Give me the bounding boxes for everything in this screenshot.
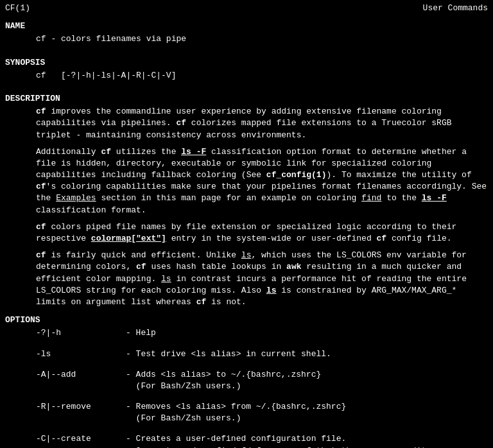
cf-ref-9: cf xyxy=(196,297,207,307)
cf-ref-6: cf xyxy=(377,234,387,243)
desc-para-3: cf colors piped file names by file exten… xyxy=(5,221,488,245)
cf-ref-5: cf xyxy=(36,222,46,232)
header-line: CF(1) User Commands xyxy=(5,3,488,14)
options-label: OPTIONS xyxy=(5,314,488,326)
option-ls-key: -ls xyxy=(36,349,126,360)
option-help-key: -?|-h xyxy=(36,327,126,339)
desc-para-2: Additionally cf utilizes the ls -F class… xyxy=(5,146,488,216)
ls-ref-2: ls xyxy=(161,274,171,284)
name-content: cf - colors filenames via pipe xyxy=(5,33,488,45)
option-add-desc2: (For Bash/Zsh users.) xyxy=(126,381,321,392)
colormap-ref: colormap["ext"] xyxy=(91,234,166,243)
desc-para-4: cf is fairly quick and efficient. Unlike… xyxy=(5,250,488,308)
synopsis-section: SYNOPSIS cf [-?|-h|-ls|-A|-R|-C|-V] xyxy=(5,57,488,82)
cf-ref-1: cf xyxy=(36,107,46,116)
option-add-desc: - Adds <ls alias> to ~/.{bashrc,.zshrc} xyxy=(126,369,321,381)
option-remove-desc-block: - Removes <ls alias> from ~/.{bashrc,.zs… xyxy=(126,401,346,424)
option-add: -A|--add - Adds <ls alias> to ~/.{bashrc… xyxy=(5,369,488,392)
ls-ref-3: ls xyxy=(266,286,277,295)
description-label: DESCRIPTION xyxy=(5,93,488,105)
ls-f-ref: ls -F xyxy=(181,147,206,157)
option-help-desc: - Help xyxy=(126,327,488,339)
cf-config-ref: cf_config(1) xyxy=(266,170,327,180)
option-remove: -R|--remove - Removes <ls alias> from ~/… xyxy=(5,401,488,424)
examples-ref: Examples xyxy=(56,193,96,203)
option-remove-desc: - Removes <ls alias> from ~/.{bashrc,.zs… xyxy=(126,401,346,413)
option-remove-desc2: (For Bash/Zsh users.) xyxy=(126,413,346,424)
option-add-key: -A|--add xyxy=(36,369,126,392)
option-help: -?|-h - Help xyxy=(5,327,488,339)
header-left: CF(1) xyxy=(5,3,30,14)
cf-ref-4: cf xyxy=(36,182,46,191)
name-section: NAME cf - colors filenames via pipe xyxy=(5,21,488,45)
options-section: OPTIONS -?|-h - Help -ls - Test drive <l… xyxy=(5,314,488,448)
cf-ref-7: cf xyxy=(36,250,46,260)
header-right: User Commands xyxy=(423,3,488,14)
option-create: -C|--create - Creates a user-defined con… xyxy=(5,433,488,448)
ls-f-ref-2: ls -F xyxy=(422,193,447,203)
option-remove-key: -R|--remove xyxy=(36,401,126,424)
synopsis-content: cf [-?|-h|-ls|-A|-R|-C|-V] xyxy=(5,70,488,82)
awk-ref: awk xyxy=(286,262,301,271)
option-create-desc-block: - Creates a user-defined configuration f… xyxy=(126,433,426,448)
option-add-desc-block: - Adds <ls alias> to ~/.{bashrc,.zshrc} … xyxy=(126,369,321,392)
description-section: DESCRIPTION cf improves the commandline … xyxy=(5,93,488,308)
desc-para-1: cf improves the commandline user experie… xyxy=(5,106,488,141)
option-create-desc2: Generates ~/.config/cf/cf_user.conf that… xyxy=(126,445,426,448)
find-ref: find xyxy=(361,193,381,203)
cf-ref-3: cf xyxy=(101,147,111,157)
option-create-key: -C|--create xyxy=(36,433,126,448)
name-label: NAME xyxy=(5,21,488,32)
option-create-desc: - Creates a user-defined configuration f… xyxy=(126,433,426,445)
cf-ref-8: cf xyxy=(136,262,146,271)
option-ls: -ls - Test drive <ls alias> in current s… xyxy=(5,349,488,360)
ls-ref: ls xyxy=(241,250,252,260)
cf-ref-2: cf xyxy=(176,118,186,128)
synopsis-label: SYNOPSIS xyxy=(5,57,488,69)
option-ls-desc: - Test drive <ls alias> in current shell… xyxy=(126,349,488,360)
